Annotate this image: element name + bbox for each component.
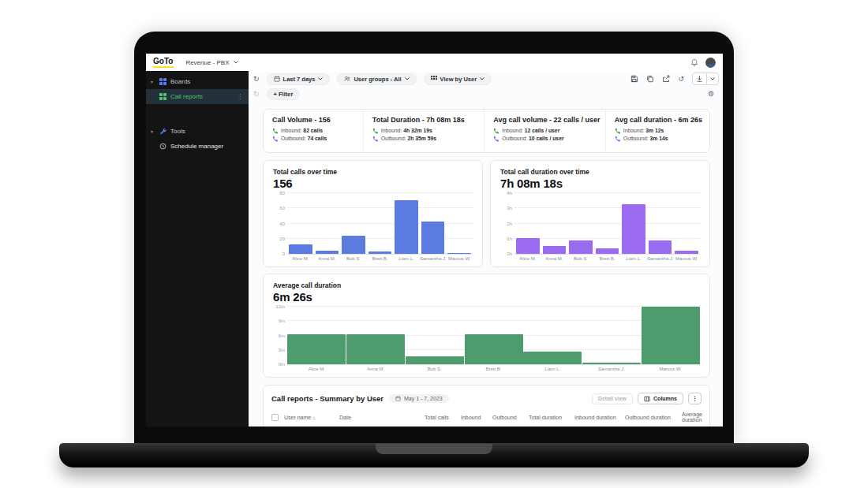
user-groups-filter[interactable]: User groups - All — [337, 73, 416, 85]
bar-slot-Liam L. — [523, 307, 582, 364]
date-range-filter[interactable]: Last 7 days — [267, 73, 331, 85]
user-avatar[interactable] — [705, 58, 716, 68]
table-actions: Detail view Columns ⋮ — [592, 393, 702, 404]
y-tick-label: 12m — [275, 304, 285, 309]
add-filter-button[interactable]: + Filter — [267, 88, 301, 100]
y-tick-label: 20 — [279, 237, 285, 241]
refresh-icon[interactable]: ↻ — [253, 76, 260, 83]
bar — [287, 334, 346, 364]
bars — [287, 193, 473, 254]
columns-button[interactable]: Columns — [638, 393, 683, 404]
bar-slot-Bob S. — [405, 307, 464, 364]
download-button[interactable] — [693, 73, 706, 84]
settings-gear-icon[interactable]: ⚙ — [708, 91, 714, 98]
toolbar-filters: ↻ Last 7 days User groups - All — [249, 71, 723, 87]
y-tick-label: 60 — [279, 206, 285, 210]
summary-outbound: Outbound: 2h 35m 59s — [372, 135, 476, 143]
detail-view-label: Detail view — [598, 396, 627, 401]
bar-slot-Anna M. — [346, 307, 406, 364]
toolbar-actions: ↺ — [630, 73, 719, 85]
x-label: Brett B. — [367, 256, 394, 261]
sidebar-item-label: Tools — [170, 128, 244, 135]
x-label: Alice M. — [287, 256, 314, 261]
download-split-button[interactable] — [692, 73, 719, 85]
column-header-inbound-duration[interactable]: Inbound duration — [574, 415, 625, 420]
columns-label: Columns — [653, 396, 677, 401]
column-header-inbound[interactable]: Inbound — [461, 415, 492, 420]
summary-title: Total Duration - 7h 08m 18s — [372, 116, 476, 124]
summary-outbound: Outbound: 74 calls — [272, 135, 354, 143]
history-icon[interactable]: ↺ — [678, 76, 684, 83]
kebab-menu-icon[interactable]: ⋮ — [236, 93, 244, 100]
view-by-filter[interactable]: View by User — [424, 73, 492, 85]
bars — [287, 307, 700, 364]
table-title: Call reports - Summary by User — [271, 394, 383, 403]
date-range-chip-label: May 1 - 7, 2023 — [404, 396, 443, 401]
expand-caret-icon[interactable]: ▾ — [151, 129, 155, 134]
board-selector-label: Revenue - PBX — [185, 59, 229, 66]
detail-view-button[interactable]: Detail view — [592, 393, 633, 404]
chart-title: Total calls over time — [273, 168, 473, 176]
column-header-date[interactable]: Date — [339, 415, 425, 420]
laptop-base — [59, 443, 809, 468]
x-label: Bob S. — [340, 256, 367, 261]
y-tick-label: 3h — [507, 206, 512, 210]
chevron-down-icon — [318, 77, 323, 80]
table-kebab-button[interactable]: ⋮ — [688, 393, 702, 404]
sidebar-item-boards[interactable]: ▾ Boards — [146, 74, 249, 89]
view-grid-icon — [431, 76, 437, 82]
sidebar-item-call-reports[interactable]: ▾ Call reports ⋮ — [146, 89, 249, 104]
bar-slot-Marcus W. — [446, 193, 473, 254]
download-options-button[interactable] — [706, 73, 718, 84]
bar — [649, 240, 672, 254]
summary-inbound: Inbound: 82 calls — [272, 127, 354, 135]
column-header-outbound-duration[interactable]: Outbound duration — [625, 415, 682, 420]
sidebar-item-label: Call reports — [170, 93, 232, 100]
board-selector[interactable]: Revenue - PBX — [185, 59, 238, 66]
summary-title: Call Volume - 156 — [272, 116, 354, 124]
bar — [523, 352, 582, 364]
chart-x-labels: Alice M.Anna M.Bob S.Brett B.Liam L.Sama… — [287, 255, 473, 263]
column-header-user-name[interactable]: User name↓ — [284, 415, 339, 420]
copy-icon[interactable] — [646, 75, 654, 83]
bar — [346, 334, 405, 364]
phone-icon — [493, 128, 499, 134]
y-tick-label: 4h — [507, 191, 512, 196]
column-header-total-duration[interactable]: Total duration — [529, 415, 574, 420]
bell-icon[interactable] — [690, 58, 698, 67]
y-tick-label: 0m — [279, 362, 285, 367]
call-reports-table-card: Call reports - Summary by User May 1 - 7… — [263, 385, 710, 427]
app-header: GoTo Revenue - PBX — [146, 54, 723, 72]
boards-grid-icon — [159, 78, 166, 85]
column-header-outbound[interactable]: Outbound — [492, 415, 529, 420]
column-header-total-calls[interactable]: Total calls — [425, 415, 461, 420]
x-label: Samantha J. — [647, 256, 674, 261]
bar — [642, 307, 700, 364]
table-column-headers: User name↓DateTotal callsInboundOutbound… — [271, 412, 702, 427]
laptop-notch — [376, 444, 492, 454]
bar — [342, 236, 365, 254]
chart-value: 6m 26s — [273, 290, 700, 304]
share-export-icon[interactable] — [662, 75, 670, 83]
toolbar-filter-row: ↻ + Filter ⚙ — [249, 87, 723, 102]
expand-caret-icon[interactable]: ▾ — [151, 79, 155, 84]
sidebar-item-schedule-manager[interactable]: ▾ Schedule manager — [146, 139, 249, 154]
bar — [316, 251, 339, 254]
sidebar-item-tools[interactable]: ▾ Tools — [146, 124, 249, 139]
y-tick-label: 1h — [507, 237, 512, 241]
chart-x-labels: Alice M.Anna M.Bob S.Brett B.Liam L.Sama… — [287, 365, 700, 373]
save-icon[interactable] — [630, 75, 638, 83]
chart-total-duration: Total call duration over time 7h 08m 18s… — [490, 160, 710, 267]
chart-value: 156 — [273, 177, 473, 190]
summary-card: Avg call volume - 22 calls / userInbound… — [484, 110, 605, 152]
column-header-average-duration[interactable]: Average duration — [682, 412, 702, 423]
bar — [569, 240, 593, 254]
refresh-icon-secondary[interactable]: ↻ — [253, 91, 260, 98]
x-label: Bob S. — [567, 256, 594, 261]
x-label: Brett B. — [594, 256, 621, 261]
call-reports-grid-icon — [159, 93, 166, 100]
summary-card: Avg call duration - 6m 26sInbound: 3m 12… — [605, 110, 709, 152]
select-all-checkbox[interactable] — [271, 414, 279, 421]
table-header-bar: Call reports - Summary by User May 1 - 7… — [271, 393, 702, 404]
x-label: Samantha J. — [582, 367, 642, 371]
